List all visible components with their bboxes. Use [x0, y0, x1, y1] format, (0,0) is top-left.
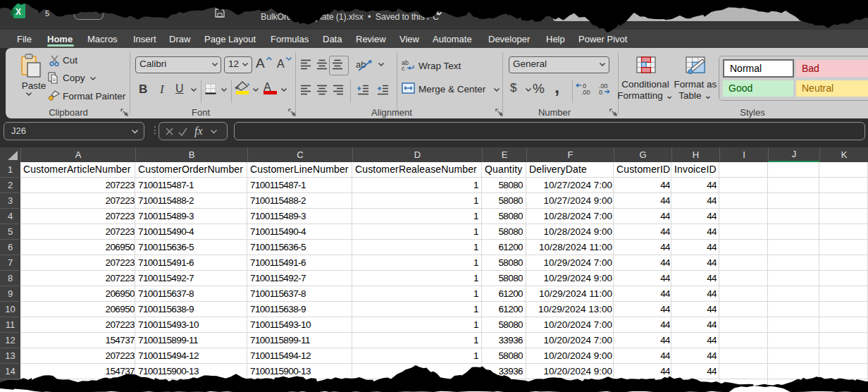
- svg-text:c: c: [402, 65, 405, 71]
- svg-text:.00: .00: [581, 89, 590, 95]
- svg-text:0: 0: [599, 89, 602, 95]
